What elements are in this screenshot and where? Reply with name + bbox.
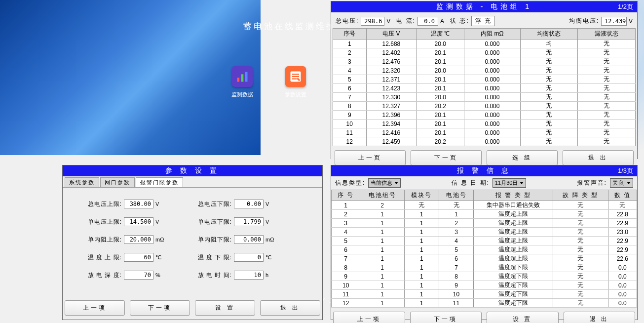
table-row: 712.33020.00.000无无 xyxy=(333,93,636,102)
form-unit: V xyxy=(265,201,275,207)
form-input[interactable]: 0 xyxy=(234,253,264,262)
table-row: 111110温度超下限无0.0 xyxy=(332,290,637,299)
table-row: 512.37120.10.000无无 xyxy=(333,75,636,84)
chevron-down-icon xyxy=(520,182,524,184)
table-cell: 12 xyxy=(333,137,367,146)
table-cell: 1 xyxy=(404,228,439,237)
form-input[interactable]: 70 xyxy=(124,271,153,280)
table-cell: 0.0 xyxy=(608,281,637,290)
table-cell: 22.9 xyxy=(608,237,637,245)
params-tab[interactable]: 系统参数 xyxy=(65,177,99,187)
form-row: 单电压上限:14.500V单电压下限:1.799V xyxy=(82,217,303,226)
table-cell: 无 xyxy=(520,137,578,146)
home-screen: 蓄电池在线监测维护系统 SV1.10 监测数据参数设置手动操作报警信息 2019… xyxy=(0,0,261,155)
alarm-buttons: 上一项下一项设 置退 出 xyxy=(331,308,637,323)
monitor-button[interactable]: 上一页 xyxy=(335,150,406,165)
filter-type-dropdown[interactable]: 当前信息 xyxy=(368,178,401,188)
table-cell: 20.2 xyxy=(417,137,464,146)
table-cell: 无 xyxy=(553,210,608,219)
form-input[interactable]: 60 xyxy=(124,253,153,262)
table-cell: 无 xyxy=(578,66,636,75)
table-cell: 无 xyxy=(520,66,578,75)
alarm-button[interactable]: 设 置 xyxy=(487,312,559,323)
params-tab[interactable]: 报警门限参数 xyxy=(136,177,183,187)
current-label: 电 流: xyxy=(396,17,416,25)
table-cell: 1 xyxy=(404,254,439,263)
table-cell: 20.0 xyxy=(417,93,464,102)
total-voltage-label: 总电压: xyxy=(336,17,359,25)
table-cell: 0.000 xyxy=(464,120,520,128)
params-tab[interactable]: 网口参数 xyxy=(100,177,135,187)
table-cell: 无 xyxy=(404,201,439,210)
alarm-col-header: 模块号 xyxy=(404,190,439,201)
table-cell: 1 xyxy=(404,281,439,290)
form-unit: ℃ xyxy=(155,254,165,261)
table-cell: 无 xyxy=(578,40,636,48)
table-cell: 无 xyxy=(553,263,608,272)
table-cell: 7 xyxy=(332,254,360,263)
monitor-button[interactable]: 下一页 xyxy=(411,150,482,165)
table-cell: 20.0 xyxy=(417,66,464,75)
table-cell: 1 xyxy=(404,237,439,245)
table-cell: 9 xyxy=(333,111,367,120)
form-group: 总电压上限:380.00V xyxy=(82,200,192,208)
table-cell: 均 xyxy=(520,40,578,48)
form-label: 温 度 上 限: xyxy=(82,253,122,262)
params-button[interactable]: 设 置 xyxy=(195,300,255,316)
form-input[interactable]: 14.500 xyxy=(124,217,153,226)
table-cell: 5 xyxy=(439,245,473,254)
table-cell: 1 xyxy=(439,210,473,219)
alarm-button[interactable]: 上一项 xyxy=(333,312,405,323)
monitor-window: 监测数据 - 电池组 1 1/2页 总电压: 298.6 V 电 流: 0.0 … xyxy=(331,1,638,159)
form-group: 单内阻上限:20.000mΩ xyxy=(82,235,192,244)
table-cell: 22.8 xyxy=(608,210,637,219)
table-cell: 9 xyxy=(439,281,473,290)
alarm-button[interactable]: 下一项 xyxy=(410,312,482,323)
filter-date-dropdown[interactable]: 11月30日 xyxy=(492,178,526,188)
table-cell: 11 xyxy=(333,128,367,137)
params-tabs: 系统参数网口参数报警门限参数 xyxy=(63,176,322,188)
alarm-table-header: 序 号电池组号模块号电池号报 警 类 型故 障 类 型数 值 xyxy=(332,190,637,201)
table-cell: 0.0 xyxy=(608,299,637,308)
form-input[interactable]: 1.799 xyxy=(234,217,264,226)
table-row: 2111温度超上限无22.8 xyxy=(332,210,637,219)
form-input[interactable]: 20.000 xyxy=(124,235,153,244)
monitor-button[interactable]: 选 组 xyxy=(487,150,558,165)
table-cell: 20.1 xyxy=(417,48,464,57)
chevron-down-icon xyxy=(627,182,631,184)
table-cell: 4 xyxy=(332,228,360,237)
monitor-button[interactable]: 退 出 xyxy=(563,150,634,165)
form-unit: mΩ xyxy=(265,237,275,242)
table-cell: 12.371 xyxy=(366,75,417,84)
table-cell: 22.6 xyxy=(608,254,637,263)
table-cell: 温度超上限 xyxy=(474,237,553,245)
form-row: 温 度 上 限:60℃温 度 下 限:0℃ xyxy=(82,253,303,262)
table-cell: 4 xyxy=(439,237,473,245)
form-input[interactable]: 0.000 xyxy=(234,235,264,244)
table-row: 3112温度超上限无22.9 xyxy=(332,219,637,228)
form-label: 放 电 深 度: xyxy=(82,271,122,280)
params-button[interactable]: 下一项 xyxy=(130,300,190,316)
filter-sound-dropdown[interactable]: 关 闭 xyxy=(610,178,633,188)
table-cell: 11 xyxy=(439,299,473,308)
params-button[interactable]: 退 出 xyxy=(260,300,320,316)
form-input[interactable]: 10 xyxy=(234,271,264,280)
alarm-table: 序 号电池组号模块号电池号报 警 类 型故 障 类 型数 值 12无无集中器串口… xyxy=(331,190,637,308)
table-cell: 6 xyxy=(439,254,473,263)
table-cell: 温度超上限 xyxy=(474,228,553,237)
home-icon-0[interactable]: 监测数据 xyxy=(227,66,257,98)
form-input[interactable]: 380.00 xyxy=(124,200,153,208)
table-cell: 无 xyxy=(608,201,637,210)
table-cell: 12 xyxy=(332,299,360,308)
filter-sound-label: 报警声音: xyxy=(577,179,607,187)
filter-date-value: 11月30日 xyxy=(495,179,518,187)
form-input[interactable]: 0.00 xyxy=(234,200,264,208)
alarm-button[interactable]: 退 出 xyxy=(564,312,636,323)
table-cell: 无 xyxy=(578,57,636,66)
params-button[interactable]: 上一项 xyxy=(65,300,125,316)
alarm-title: 报 警 信 息 xyxy=(457,166,511,175)
form-label: 总电压下限: xyxy=(192,200,232,208)
table-cell: 无 xyxy=(553,245,608,254)
table-cell: 0.000 xyxy=(464,102,520,111)
table-cell: 无 xyxy=(520,111,578,120)
